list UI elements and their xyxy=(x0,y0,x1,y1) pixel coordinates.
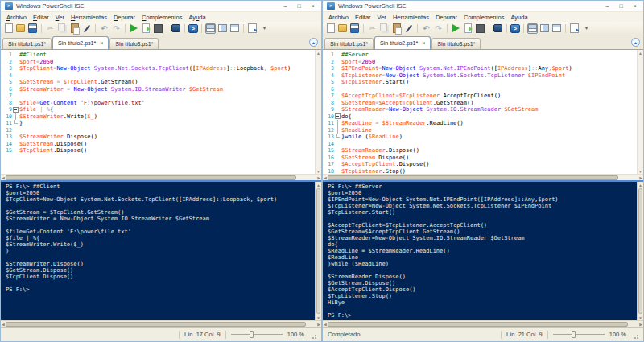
maximize-button[interactable]: □ xyxy=(292,1,306,11)
copy-icon[interactable] xyxy=(57,23,68,34)
console-pane[interactable]: PS F:\> ##Server$port=2050$IPEndPoint=Ne… xyxy=(323,182,643,327)
script-pane-top-icon[interactable] xyxy=(527,23,538,34)
tab-close-icon[interactable]: × xyxy=(422,40,425,46)
save-script-icon[interactable] xyxy=(27,23,38,34)
scrollbar-thumb[interactable] xyxy=(6,322,306,327)
menu-item-editar[interactable]: Editar xyxy=(352,14,374,21)
menu-item-complementos[interactable]: Complementos xyxy=(138,14,185,21)
scrollbar-track[interactable] xyxy=(5,175,317,180)
menu-item-depurar[interactable]: Depurar xyxy=(432,14,460,21)
scrollbar-thumb[interactable] xyxy=(316,188,320,314)
menu-item-depurar[interactable]: Depurar xyxy=(110,14,138,21)
scroll-down-icon[interactable]: ▼ xyxy=(638,315,642,320)
toolbar-overflow-icon[interactable] xyxy=(259,23,270,34)
paste-icon[interactable] xyxy=(69,23,80,34)
close-button[interactable]: × xyxy=(628,1,642,11)
undo-icon[interactable] xyxy=(421,23,431,34)
zoom-slider-thumb[interactable] xyxy=(250,331,254,338)
minimize-button[interactable]: – xyxy=(601,1,614,11)
run-script-icon[interactable] xyxy=(451,23,461,34)
minimize-button[interactable]: – xyxy=(279,1,292,11)
tab-sin-título2.ps1*[interactable]: Sin título2.ps1*× xyxy=(52,36,109,49)
script-pane[interactable]: 1##Client2$port=20503$TcpClient=New-Obje… xyxy=(1,49,321,180)
scrollbar-track[interactable] xyxy=(327,322,639,327)
open-script-icon[interactable] xyxy=(15,23,26,34)
tab-sin-título1.ps1*[interactable]: Sin título1.ps1* xyxy=(2,38,52,49)
collapse-script-pane-button[interactable]: ▲ xyxy=(309,38,318,47)
console-pane[interactable]: PS F:\> ##Client$port=2050$TcpClient=New… xyxy=(1,182,321,327)
maximize-button[interactable]: □ xyxy=(614,1,628,11)
new-remote-powershell-tab-icon[interactable] xyxy=(493,23,503,34)
scroll-down-icon[interactable]: ▼ xyxy=(316,168,320,174)
editor-horizontal-scrollbar[interactable]: ◀ ▶ xyxy=(323,174,643,180)
toolbar-overflow-icon[interactable] xyxy=(581,23,592,34)
fold-collapse-icon[interactable] xyxy=(335,113,341,119)
scrollbar-thumb[interactable] xyxy=(328,322,628,327)
copy-icon[interactable] xyxy=(379,23,390,34)
menu-item-archivo[interactable]: Archivo xyxy=(325,14,352,21)
scrollbar-thumb[interactable] xyxy=(638,188,642,314)
resize-grip[interactable] xyxy=(311,333,316,339)
start-powershell-icon[interactable] xyxy=(188,24,198,33)
console-output[interactable]: PS F:\> ##Server$port=2050$IPEndPoint=Ne… xyxy=(323,182,637,320)
menu-item-editar[interactable]: Editar xyxy=(30,14,52,21)
run-selection-icon[interactable] xyxy=(141,23,151,34)
save-script-icon[interactable] xyxy=(349,23,360,34)
redo-icon[interactable] xyxy=(111,23,122,34)
scroll-down-icon[interactable]: ▼ xyxy=(638,168,642,174)
zoom-slider[interactable] xyxy=(231,334,283,335)
scrollbar-thumb[interactable] xyxy=(6,175,296,180)
stop-operation-icon[interactable] xyxy=(153,23,163,34)
close-button[interactable]: × xyxy=(306,1,320,11)
menu-item-ayuda[interactable]: Ayuda xyxy=(507,14,530,21)
console-output[interactable]: PS F:\> ##Client$port=2050$TcpClient=New… xyxy=(1,182,315,320)
console-vertical-scrollbar[interactable]: ▲ ▼ xyxy=(315,182,321,320)
new-remote-powershell-tab-icon[interactable] xyxy=(171,23,181,34)
scrollbar-track[interactable] xyxy=(5,322,317,327)
console-horizontal-scrollbar[interactable]: ◀ ▶ xyxy=(1,320,321,327)
tab-sin-título3.ps1*[interactable]: Sin título3.ps1* xyxy=(109,38,159,49)
collapse-script-pane-button[interactable]: ▲ xyxy=(631,38,640,47)
run-script-icon[interactable] xyxy=(129,23,139,34)
cut-icon[interactable] xyxy=(367,23,378,34)
tab-sin-título1.ps1*[interactable]: Sin título1.ps1* xyxy=(324,38,374,49)
scroll-right-icon[interactable]: ▶ xyxy=(639,321,642,327)
scroll-up-icon[interactable]: ▲ xyxy=(638,50,642,56)
open-script-icon[interactable] xyxy=(337,23,348,34)
new-script-icon[interactable] xyxy=(3,23,14,34)
scroll-up-icon[interactable]: ▲ xyxy=(316,182,320,187)
tab-close-icon[interactable]: × xyxy=(100,40,103,46)
stop-operation-icon[interactable] xyxy=(475,23,485,34)
title-bar[interactable]: Windows PowerShell ISE – □ × xyxy=(1,1,321,12)
script-editor[interactable]: 1##Server2$port=20503$IPEndPoint=New-Obj… xyxy=(323,50,637,174)
tab-sin-título3.ps1*[interactable]: Sin título3.ps1* xyxy=(431,38,481,49)
clear-console-icon[interactable] xyxy=(403,23,414,34)
menu-item-ver[interactable]: Ver xyxy=(52,14,68,21)
menu-item-complementos[interactable]: Complementos xyxy=(460,14,507,21)
undo-icon[interactable] xyxy=(99,23,109,34)
script-pane[interactable]: 1##Server2$port=20503$IPEndPoint=New-Obj… xyxy=(323,49,643,180)
script-pane-maximized-icon[interactable] xyxy=(229,23,240,34)
menu-item-archivo[interactable]: Archivo xyxy=(3,14,30,21)
fold-collapse-icon[interactable] xyxy=(13,107,19,113)
zoom-slider-thumb[interactable] xyxy=(572,331,576,338)
zoom-slider[interactable] xyxy=(553,334,605,335)
redo-icon[interactable] xyxy=(433,23,444,34)
cut-icon[interactable] xyxy=(45,23,56,34)
resize-grip[interactable] xyxy=(633,333,638,339)
editor-horizontal-scrollbar[interactable]: ◀ ▶ xyxy=(1,174,321,180)
run-selection-icon[interactable] xyxy=(463,23,473,34)
console-vertical-scrollbar[interactable]: ▲ ▼ xyxy=(637,182,643,320)
menu-item-ver[interactable]: Ver xyxy=(374,14,390,21)
paste-icon[interactable] xyxy=(391,23,402,34)
script-pane-maximized-icon[interactable] xyxy=(551,23,562,34)
menu-item-ayuda[interactable]: Ayuda xyxy=(186,14,209,21)
scrollbar-track[interactable] xyxy=(327,175,639,180)
show-script-pane-icon[interactable] xyxy=(569,23,580,34)
title-bar[interactable]: Windows PowerShell ISE – □ × xyxy=(323,1,643,12)
scroll-right-icon[interactable]: ▶ xyxy=(317,321,320,327)
menu-item-herramientas[interactable]: Herramientas xyxy=(390,14,432,21)
scroll-down-icon[interactable]: ▼ xyxy=(316,315,320,320)
console-horizontal-scrollbar[interactable]: ◀ ▶ xyxy=(323,320,643,327)
scroll-right-icon[interactable]: ▶ xyxy=(317,175,320,180)
